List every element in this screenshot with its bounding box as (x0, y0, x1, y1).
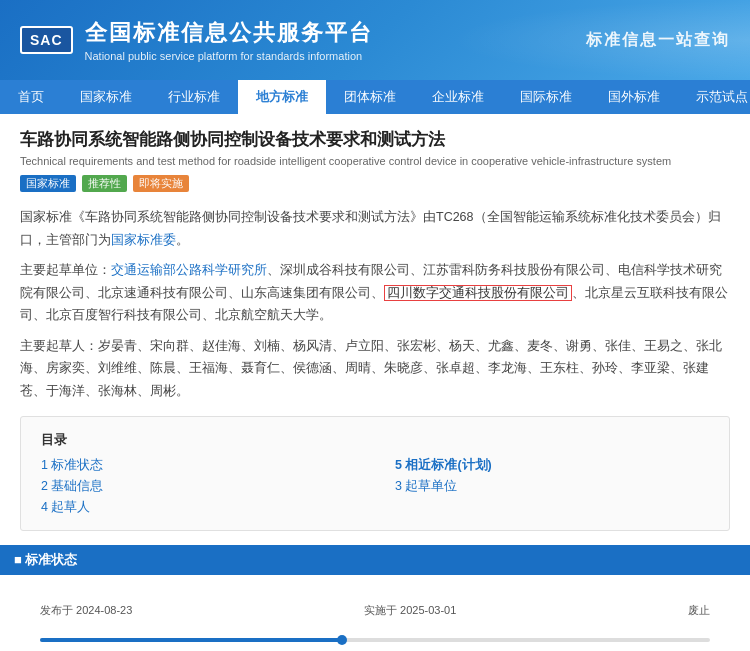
tag-list: 国家标准 推荐性 即将实施 (20, 175, 730, 192)
toc-grid: 1 标准状态 5 相近标准(计划) 2 基础信息 3 起草单位 4 起草人 (41, 457, 709, 516)
nav-home[interactable]: 首页 (0, 80, 62, 114)
toc-title: 目录 (41, 431, 709, 449)
site-title: 全国标准信息公共服务平台 National public service pla… (85, 18, 373, 62)
nav-enterprise[interactable]: 企业标准 (414, 80, 502, 114)
toc-item-5[interactable]: 5 相近标准(计划) (395, 457, 709, 474)
link-transport-research[interactable]: 交通运输部公路科学研究所 (111, 263, 267, 277)
page-header: SAC 全国标准信息公共服务平台 National public service… (0, 0, 750, 80)
timeline-obsolete-label: 废止 (688, 603, 710, 618)
toc-item-2[interactable]: 2 基础信息 (41, 478, 355, 495)
timeline-progress (40, 638, 342, 642)
desc-drafters-org: 主要起草单位：交通运输部公路科学研究所、深圳成谷科技有限公司、江苏雷科防务科技股… (20, 259, 730, 327)
desc-tc268: 国家标准《车路协同系统智能路侧协同控制设备技术要求和测试方法》由TC268（全国… (20, 206, 730, 251)
timeline: 发布于 2024-08-23 实施于 2025-03-01 废止 (20, 589, 730, 651)
main-nav: 首页 国家标准 行业标准 地方标准 团体标准 企业标准 国际标准 国外标准 示范… (0, 80, 750, 114)
timeline-bar (40, 638, 710, 642)
site-title-zh: 全国标准信息公共服务平台 (85, 18, 373, 48)
tag-upcoming: 即将实施 (133, 175, 189, 192)
toc-item-3[interactable]: 3 起草单位 (395, 478, 709, 495)
page-title-zh: 车路协同系统智能路侧协同控制设备技术要求和测试方法 (20, 128, 730, 151)
link-national-committee[interactable]: 国家标准委 (111, 233, 176, 247)
nav-group[interactable]: 团体标准 (326, 80, 414, 114)
toc-item-4[interactable]: 4 起草人 (41, 499, 355, 516)
status-section-header: ■ 标准状态 (0, 545, 750, 575)
nav-intl[interactable]: 国际标准 (502, 80, 590, 114)
nav-foreign[interactable]: 国外标准 (590, 80, 678, 114)
nav-local[interactable]: 地方标准 (238, 80, 326, 114)
site-title-en: National public service platform for sta… (85, 50, 373, 62)
timeline-labels: 发布于 2024-08-23 实施于 2025-03-01 废止 (40, 603, 710, 618)
toc-item-1[interactable]: 1 标准状态 (41, 457, 355, 474)
timeline-effective-label: 实施于 2025-03-01 (364, 603, 456, 618)
sac-logo: SAC (20, 26, 73, 54)
nav-national[interactable]: 国家标准 (62, 80, 150, 114)
main-content: 车路协同系统智能路侧协同控制设备技术要求和测试方法 Technical requ… (0, 114, 750, 651)
nav-industry[interactable]: 行业标准 (150, 80, 238, 114)
page-title-en: Technical requirements and test method f… (20, 155, 730, 167)
nav-demo[interactable]: 示范试点 (678, 80, 750, 114)
tag-recommended: 推荐性 (82, 175, 127, 192)
table-of-contents: 目录 1 标准状态 5 相近标准(计划) 2 基础信息 3 起草单位 4 起草人 (20, 416, 730, 531)
logo-area: SAC 全国标准信息公共服务平台 National public service… (20, 18, 373, 62)
timeline-publish-label: 发布于 2024-08-23 (40, 603, 132, 618)
tag-national: 国家标准 (20, 175, 76, 192)
desc-drafters-person: 主要起草人：岁晏青、宋向群、赵佳海、刘楠、杨风清、卢立阳、张宏彬、杨天、尤鑫、麦… (20, 335, 730, 403)
highlight-sichuan-company: 四川数字交通科技股份有限公司 (384, 285, 572, 301)
timeline-dot (337, 635, 347, 645)
